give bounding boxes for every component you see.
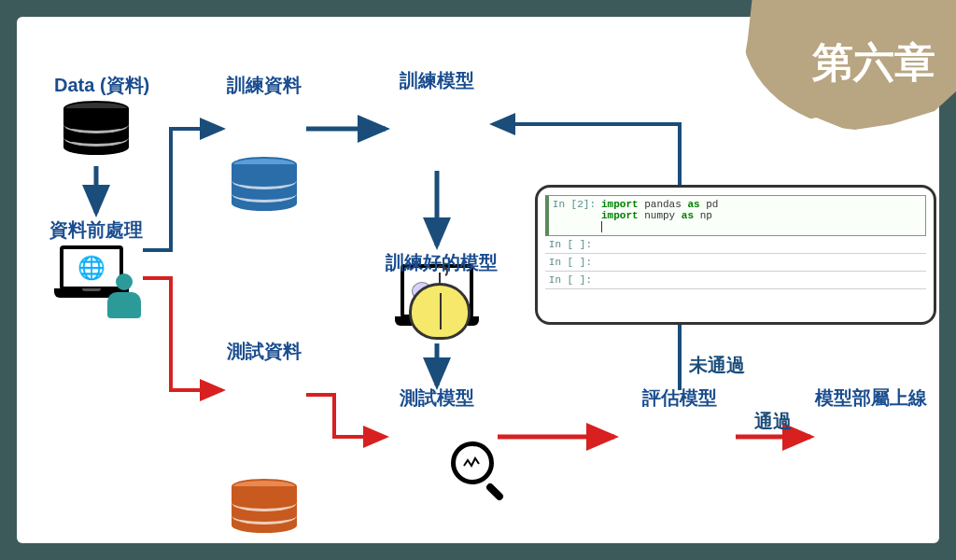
code-cell[interactable]: In [ ]: [545,254,926,272]
label-pass: 通過 [754,409,792,434]
chapter-title: 第六章 [812,35,935,91]
cell-prompt: In [ ]: [545,274,598,286]
code-cell[interactable]: In [ ]: [545,236,926,254]
label-train-data: 訓練資料 [227,73,302,98]
preprocess-icon: 🌐 [54,245,129,315]
cell-prompt: In [ ]: [545,239,598,250]
database-icon-train [232,157,297,213]
code-cell[interactable]: In [2]: import pandas as pd import numpy… [545,195,926,236]
label-preprocess: 資料前處理 [49,217,143,243]
brain-icon [409,283,471,340]
magnifier-icon [451,441,498,488]
jupyter-inset: In [2]: import pandas as pd import numpy… [535,185,936,325]
database-icon-source [63,101,129,157]
database-icon-test [232,479,297,535]
label-eval-model: 評估模型 [642,385,717,411]
label-not-pass: 未通過 [689,353,745,378]
cell-prompt: In [ ]: [545,257,598,268]
label-test-data: 測試資料 [227,339,302,364]
label-test-model: 測試模型 [400,385,474,411]
code-cell[interactable]: In [ ]: [545,272,926,289]
cell-prompt: In [2]: [549,199,601,232]
label-deploy: 模型部屬上線 [815,385,927,411]
label-data: Data (資料) [54,73,149,98]
cell-content: import pandas as pd import numpy as np [601,199,718,232]
label-train-model: 訓練模型 [400,68,474,93]
